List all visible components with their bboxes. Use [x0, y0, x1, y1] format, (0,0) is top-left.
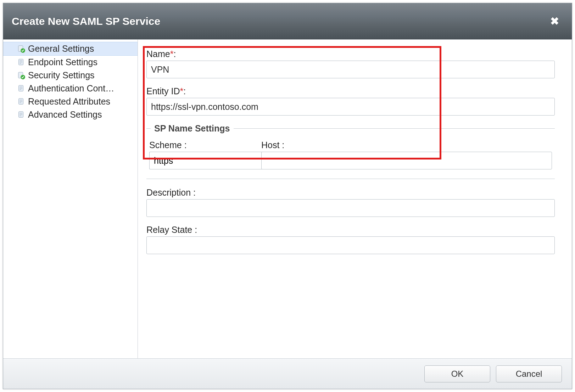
sidebar-item-endpoint-settings[interactable]: Endpoint Settings — [3, 56, 138, 69]
host-label: Host : — [261, 140, 552, 150]
field-description: Description : — [146, 187, 555, 217]
entity-id-label-text: Entity ID — [146, 86, 180, 96]
sp-name-settings-group: SP Name Settings Scheme : — [146, 123, 555, 179]
main-panel: Name*: Entity ID*: SP Name Settings Sche… — [138, 40, 572, 358]
sidebar-item-requested-attributes[interactable]: Requested Attributes — [3, 95, 138, 108]
sidebar-item-authentication-context[interactable]: Authentication Cont… — [3, 82, 138, 95]
name-label: Name*: — [146, 49, 555, 59]
description-label: Description : — [146, 187, 555, 198]
field-relay-state: Relay State : — [146, 225, 555, 254]
sidebar: General Settings Endpoint Settings Secur… — [3, 40, 138, 358]
sidebar-item-security-settings[interactable]: Security Settings — [3, 69, 138, 82]
sidebar-item-label: General Settings — [28, 44, 94, 54]
sidebar-item-advanced-settings[interactable]: Advanced Settings — [3, 108, 138, 121]
relay-state-label: Relay State : — [146, 225, 555, 235]
sidebar-item-label: Security Settings — [28, 70, 95, 80]
sidebar-item-label: Advanced Settings — [28, 110, 102, 120]
name-label-text: Name — [146, 49, 170, 59]
dialog-create-saml-sp-service: Create New SAML SP Service ✖ General Set… — [3, 3, 572, 389]
required-asterisk: * — [170, 49, 174, 59]
field-name: Name*: — [146, 49, 555, 78]
required-asterisk: * — [180, 86, 183, 96]
sidebar-item-label: Authentication Cont… — [28, 83, 114, 94]
description-input[interactable] — [146, 199, 555, 217]
sidebar-item-general-settings[interactable]: General Settings — [3, 42, 138, 56]
name-input[interactable] — [146, 61, 555, 78]
page-icon — [17, 111, 25, 119]
scheme-label: Scheme : — [149, 140, 251, 150]
dialog-titlebar: Create New SAML SP Service ✖ — [3, 3, 572, 39]
page-icon — [17, 58, 25, 66]
page-ok-icon — [17, 45, 25, 53]
sidebar-item-label: Requested Attributes — [28, 96, 110, 107]
scheme-input[interactable] — [149, 152, 270, 169]
close-icon[interactable]: ✖ — [547, 15, 562, 28]
ok-button[interactable]: OK — [424, 365, 490, 382]
scheme-combobox[interactable] — [149, 152, 251, 169]
entity-id-label: Entity ID*: — [146, 86, 555, 96]
dialog-footer: OK Cancel — [3, 358, 572, 389]
dialog-title: Create New SAML SP Service — [12, 15, 160, 27]
host-input[interactable] — [261, 152, 552, 169]
sp-name-settings-legend: SP Name Settings — [151, 123, 234, 134]
page-icon — [17, 98, 25, 106]
sidebar-item-label: Endpoint Settings — [28, 57, 97, 67]
cancel-button[interactable]: Cancel — [496, 365, 562, 382]
field-entity-id: Entity ID*: — [146, 86, 555, 116]
dialog-body: General Settings Endpoint Settings Secur… — [3, 39, 572, 358]
page-icon — [17, 85, 25, 93]
entity-id-input[interactable] — [146, 98, 555, 116]
field-scheme: Scheme : — [149, 140, 251, 169]
relay-state-input[interactable] — [146, 236, 555, 254]
field-host: Host : — [261, 140, 552, 169]
page-ok-icon — [17, 72, 25, 79]
